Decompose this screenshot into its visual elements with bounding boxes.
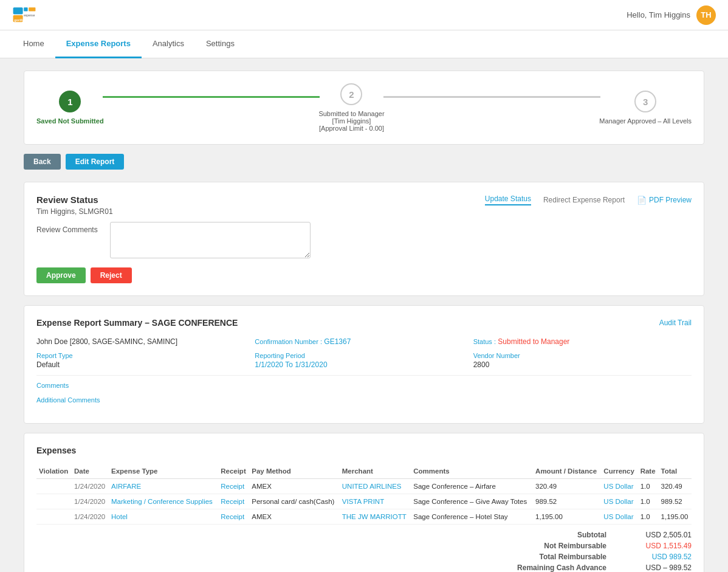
- cell-merchant[interactable]: VISTA PRINT: [340, 494, 411, 509]
- reporting-period-field: Reporting Period 1/1/2020 To 1/31/2020: [255, 352, 473, 369]
- review-user: Tim Higgins, SLMGR01: [36, 207, 113, 216]
- cell-rate: 1.0: [638, 479, 659, 494]
- table-row: 1/24/2020 Hotel Receipt AMEX THE JW MARR…: [36, 509, 692, 525]
- step-1-label: Saved Not Submitted: [36, 117, 104, 125]
- col-date: Date: [72, 464, 109, 479]
- summary-row-1: John Doe [2800, SAGE-SAMINC, SAMINC] Con…: [36, 337, 692, 346]
- audit-trail-link[interactable]: Audit Trail: [659, 319, 692, 327]
- reporting-period-value: 1/1/2020 To 1/31/2020: [255, 360, 473, 369]
- step-line-2: [383, 96, 601, 98]
- cell-comments: Sage Conference – Give Away Totes: [411, 494, 533, 509]
- col-receipt: Receipt: [218, 464, 249, 479]
- cell-date: 1/24/2020: [72, 479, 109, 494]
- reject-button[interactable]: Reject: [91, 267, 132, 283]
- cell-amount: 1,195.00: [533, 509, 601, 525]
- back-button[interactable]: Back: [24, 154, 61, 170]
- col-total: Total: [659, 464, 692, 479]
- status-label: Status :: [473, 338, 496, 345]
- col-rate: Rate: [638, 464, 659, 479]
- col-violation: Violation: [36, 464, 72, 479]
- cell-expense-type[interactable]: AIRFARE: [109, 479, 218, 494]
- col-merchant: Merchant: [340, 464, 411, 479]
- not-reimbursable-value: USD 1,515.49: [643, 542, 692, 550]
- expenses-card: Expenses Violation Date Expense Type Rec…: [24, 433, 704, 572]
- tab-analytics[interactable]: Analytics: [142, 30, 195, 58]
- cell-total: 320.49: [659, 479, 692, 494]
- pdf-icon: 📄: [637, 196, 647, 205]
- cell-expense-type[interactable]: Marketing / Conference Supplies: [109, 494, 218, 509]
- cell-currency[interactable]: US Dollar: [601, 509, 637, 525]
- total-reimbursable-label: Total Reimbursable: [509, 553, 606, 561]
- cell-currency[interactable]: US Dollar: [601, 479, 637, 494]
- approve-reject-buttons: Approve Reject: [36, 267, 692, 283]
- nav-tabs: Home Expense Reports Analytics Settings: [0, 30, 728, 58]
- employee-field: John Doe [2800, SAGE-SAMINC, SAMINC]: [36, 337, 255, 346]
- cell-amount: 989.52: [533, 494, 601, 509]
- btn-actions: Back Edit Report: [24, 154, 704, 170]
- not-reimbursable-row: Not Reimbursable USD 1,515.49: [509, 542, 692, 550]
- tab-settings[interactable]: Settings: [195, 30, 246, 58]
- subtotal-value: USD 2,505.01: [643, 531, 692, 539]
- status-value: Submitted to Manager: [498, 337, 569, 346]
- cell-expense-type[interactable]: Hotel: [109, 509, 218, 525]
- cell-currency[interactable]: US Dollar: [601, 494, 637, 509]
- additional-comments-field: Additional Comments: [36, 396, 692, 405]
- report-type-value: Default: [36, 360, 255, 369]
- review-actions-right: Update Status Redirect Expense Report 📄 …: [485, 195, 692, 205]
- tab-home[interactable]: Home: [12, 30, 55, 58]
- expenses-table: Violation Date Expense Type Receipt Pay …: [36, 464, 692, 525]
- divider-1: [36, 375, 692, 376]
- additional-comments-label: Additional Comments: [36, 396, 692, 404]
- stepper: 1 Saved Not Submitted 2 Submitted to Man…: [36, 83, 692, 132]
- cell-receipt[interactable]: Receipt: [218, 479, 249, 494]
- pdf-preview-link[interactable]: 📄 PDF Preview: [637, 196, 692, 205]
- table-row: 1/24/2020 AIRFARE Receipt AMEX UNITED AI…: [36, 479, 692, 494]
- step-1-circle: 1: [59, 91, 81, 112]
- summary-title: Expense Report Summary – SAGE CONFERENCE: [36, 318, 238, 328]
- cell-receipt[interactable]: Receipt: [218, 494, 249, 509]
- report-type-field: Report Type Default: [36, 352, 255, 369]
- total-reimbursable-value: USD 989.52: [643, 553, 692, 561]
- cell-comments: Sage Conference – Airfare: [411, 479, 533, 494]
- remaining-cash-row: Remaining Cash Advance USD – 989.52: [509, 563, 692, 572]
- tab-expense-reports[interactable]: Expense Reports: [55, 30, 142, 58]
- summary-row-3: Comments: [36, 382, 692, 390]
- summary-row-2: Report Type Default Reporting Period 1/1…: [36, 352, 692, 369]
- update-status-link[interactable]: Update Status: [485, 195, 531, 205]
- main-content: 1 Saved Not Submitted 2 Submitted to Man…: [12, 58, 716, 572]
- cell-amount: 320.49: [533, 479, 601, 494]
- table-row: 1/24/2020 Marketing / Conference Supplie…: [36, 494, 692, 509]
- review-title-section: Review Status Tim Higgins, SLMGR01: [36, 195, 113, 216]
- approve-button[interactable]: Approve: [36, 267, 86, 283]
- totals-section: Subtotal USD 2,505.01 Not Reimbursable U…: [36, 531, 692, 572]
- edit-report-button[interactable]: Edit Report: [66, 154, 125, 170]
- subtotal-label: Subtotal: [509, 531, 606, 539]
- subtotal-row: Subtotal USD 2,505.01: [509, 531, 692, 539]
- cell-date: 1/24/2020: [72, 509, 109, 525]
- expenses-table-header: Violation Date Expense Type Receipt Pay …: [36, 464, 692, 479]
- col-expense-type: Expense Type: [109, 464, 218, 479]
- cell-receipt[interactable]: Receipt: [218, 509, 249, 525]
- expenses-title: Expenses: [36, 446, 692, 455]
- cell-merchant[interactable]: UNITED AIRLINES: [340, 479, 411, 494]
- status-field: Status : Submitted to Manager: [473, 337, 692, 346]
- review-comments-textarea[interactable]: [110, 222, 311, 258]
- cell-pay-method: AMEX: [249, 479, 340, 494]
- greeting-text: Hello, Tim Higgins: [627, 10, 690, 19]
- col-comments: Comments: [411, 464, 533, 479]
- comments-label: Comments: [36, 382, 692, 389]
- redirect-expense-report-link[interactable]: Redirect Expense Report: [543, 196, 625, 204]
- review-comments-section: Review Comments: [36, 222, 692, 258]
- col-pay-method: Pay Method: [249, 464, 340, 479]
- summary-header: Expense Report Summary – SAGE CONFERENCE…: [36, 318, 692, 328]
- summary-row-4: Additional Comments: [36, 396, 692, 405]
- vendor-number-field: Vendor Number 2800: [473, 352, 692, 369]
- step-2-circle: 2: [340, 83, 362, 105]
- review-status-card: Review Status Tim Higgins, SLMGR01 Updat…: [24, 182, 704, 296]
- cell-violation: [36, 479, 72, 494]
- cell-merchant[interactable]: THE JW MARRIOTT: [340, 509, 411, 525]
- report-type-label: Report Type: [36, 352, 255, 359]
- remaining-cash-label: Remaining Cash Advance: [509, 563, 606, 572]
- avatar[interactable]: TH: [696, 5, 716, 25]
- cell-date: 1/24/2020: [72, 494, 109, 509]
